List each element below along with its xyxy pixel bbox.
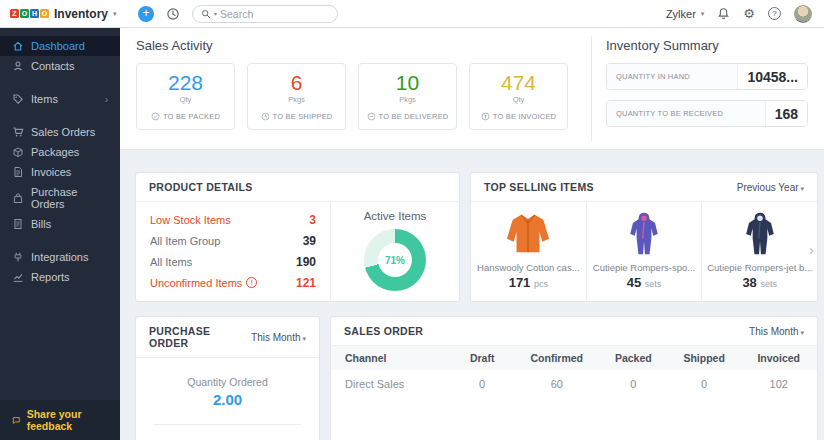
sidebar-item-label: Dashboard	[31, 40, 85, 52]
invoiced-cell: 102	[740, 378, 817, 390]
speech-bubble-icon	[12, 415, 21, 426]
to-be-delivered-card[interactable]: 10 Pkgs TO BE DELIVERED	[358, 63, 457, 130]
product-details-header: PRODUCT DETAILS	[136, 173, 459, 202]
org-name: Zylker	[666, 8, 696, 20]
product-name: Hanswooly Cotton cas...	[477, 262, 579, 273]
logo-tile: O	[40, 9, 49, 18]
top-selling-header: TOP SELLING ITEMS Previous Year	[471, 173, 817, 202]
product-details-card: PRODUCT DETAILS Low Stock Items 3 All It…	[135, 172, 460, 302]
status-circle-icon	[261, 112, 270, 121]
top-band: Sales Activity 228 Qty TO BE PACKED 6 Pk…	[120, 28, 824, 150]
search-input[interactable]	[220, 8, 310, 20]
unconfirmed-items-row[interactable]: Unconfirmed Items 121	[150, 272, 316, 293]
sidebar-item-items[interactable]: Items	[0, 89, 120, 109]
sidebar-item-label: Sales Orders	[31, 126, 95, 138]
quick-add-button[interactable]	[138, 6, 154, 22]
orange-cardigan-image	[504, 212, 552, 256]
column-header: Channel	[331, 352, 450, 364]
summary-value: 168	[765, 101, 807, 126]
sidebar-item-reports[interactable]: Reports	[0, 267, 120, 287]
product-qty: 45 sets	[627, 275, 662, 290]
sidebar-item-dashboard[interactable]: Dashboard	[0, 36, 120, 56]
sidebar-item-invoices[interactable]: Invoices	[0, 162, 120, 182]
product-image	[741, 211, 779, 257]
person-icon	[12, 60, 24, 72]
search-bar[interactable]	[192, 5, 338, 23]
warning-info-icon[interactable]	[246, 277, 257, 288]
purchase-order-range-dropdown[interactable]: This Month	[251, 332, 306, 343]
chevron-down-icon	[701, 10, 705, 18]
help-button[interactable]	[768, 7, 781, 20]
active-items-donut: 71%	[364, 229, 426, 291]
app-logo[interactable]: Z O H O Inventory	[0, 7, 120, 21]
sidebar-item-sales-orders[interactable]: Sales Orders	[0, 122, 120, 142]
shipped-cell: 0	[668, 378, 741, 390]
metric-value: 474	[501, 72, 536, 94]
draft-cell: 0	[450, 378, 515, 390]
chart-icon	[12, 271, 24, 283]
sales-order-card: SALES ORDER This Month Channel Draft Con…	[330, 316, 818, 440]
sales-activity-section: Sales Activity 228 Qty TO BE PACKED 6 Pk…	[120, 28, 591, 149]
metric-unit: Pkgs	[288, 95, 305, 104]
sidebar-item-packages[interactable]: Packages	[0, 142, 120, 162]
sidebar-nav: Dashboard Contacts Items Sales Orders Pa…	[0, 28, 120, 400]
notifications-button[interactable]	[717, 7, 730, 20]
recent-activity-button[interactable]	[166, 7, 180, 21]
table-row[interactable]: Direct Sales 0 60 0 0 102	[331, 370, 817, 397]
to-be-shipped-card[interactable]: 6 Pkgs TO BE SHIPPED	[247, 63, 346, 130]
quantity-in-hand-row[interactable]: QUANTITY IN HAND 10458...	[606, 63, 808, 90]
column-header: Invoiced	[740, 352, 817, 364]
logo-tile: O	[20, 9, 29, 18]
search-filter-caret-icon[interactable]	[214, 10, 217, 17]
summary-label: QUANTITY TO BE RECEIVED	[607, 101, 765, 126]
history-clock-icon	[166, 7, 180, 21]
zoho-logo-icon: Z O H O	[10, 9, 49, 18]
to-be-invoiced-card[interactable]: 474 Qty TO BE INVOICED	[469, 63, 568, 130]
column-header: Confirmed	[515, 352, 599, 364]
sales-activity-title: Sales Activity	[136, 38, 575, 53]
sales-activity-cards: 228 Qty TO BE PACKED 6 Pkgs TO BE SHIPPE…	[136, 63, 575, 130]
to-be-packed-card[interactable]: 228 Qty TO BE PACKED	[136, 63, 235, 130]
logo-tile: H	[30, 9, 39, 18]
org-switcher[interactable]: Zylker	[666, 8, 704, 20]
topbar-actions: Zylker	[666, 5, 824, 23]
metric-value: 6	[291, 72, 303, 94]
product-qty: 38 sets	[742, 275, 777, 290]
sidebar-item-label: Invoices	[31, 166, 71, 178]
metric-unit: Qty	[180, 95, 192, 104]
carousel-next-icon[interactable]	[809, 241, 814, 258]
purple-romper-image	[625, 211, 663, 257]
sidebar: Dashboard Contacts Items Sales Orders Pa…	[0, 28, 120, 440]
box-icon	[12, 146, 24, 158]
top-selling-item[interactable]: Hanswooly Cotton cas... 171 pcs	[471, 202, 587, 304]
all-item-group-row[interactable]: All Item Group 39	[150, 230, 316, 251]
sales-order-range-dropdown[interactable]: This Month	[749, 326, 804, 337]
sidebar-item-label: Items	[31, 93, 58, 105]
metric-label: TO BE SHIPPED	[261, 112, 333, 121]
product-details-list: Low Stock Items 3 All Item Group 39 All …	[136, 202, 331, 304]
low-stock-items-row[interactable]: Low Stock Items 3	[150, 209, 316, 230]
tag-icon	[12, 93, 24, 105]
receipt-icon	[12, 218, 24, 230]
settings-button[interactable]	[743, 7, 755, 20]
metric-value: 10	[396, 72, 419, 94]
feedback-button[interactable]: Share your feedback	[0, 400, 120, 440]
top-selling-item[interactable]: Cutiepie Rompers-jet b... 38 sets	[702, 202, 817, 304]
bag-icon	[12, 192, 24, 204]
status-circle-icon	[367, 112, 376, 121]
top-selling-item[interactable]: Cutiepie Rompers-spo... 45 sets	[587, 202, 703, 304]
all-items-row[interactable]: All Items 190	[150, 251, 316, 272]
sidebar-item-bills[interactable]: Bills	[0, 214, 120, 234]
card-title: TOP SELLING ITEMS	[484, 181, 594, 193]
sidebar-item-contacts[interactable]: Contacts	[0, 56, 120, 76]
summary-label: QUANTITY IN HAND	[607, 64, 737, 89]
metric-label: TO BE INVOICED	[481, 112, 557, 121]
quantity-to-be-received-row[interactable]: QUANTITY TO BE RECEIVED 168	[606, 100, 808, 127]
sidebar-item-integrations[interactable]: Integrations	[0, 247, 120, 267]
user-avatar[interactable]	[794, 5, 812, 23]
donut-title: Active Items	[364, 210, 427, 222]
navy-romper-image	[741, 211, 779, 257]
inventory-summary-section: Inventory Summary QUANTITY IN HAND 10458…	[592, 28, 824, 149]
top-selling-range-dropdown[interactable]: Previous Year	[737, 182, 804, 193]
sidebar-item-purchase-orders[interactable]: Purchase Orders	[0, 182, 120, 214]
